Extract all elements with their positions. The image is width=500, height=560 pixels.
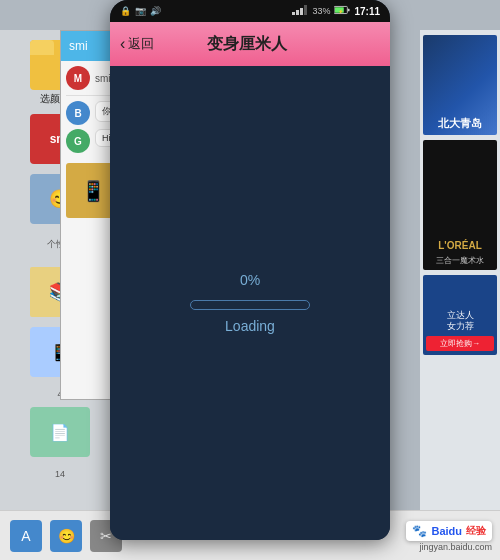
phone-overlay: 🔒 📷 🔊 33% ⚡ xyxy=(110,0,390,540)
svg-rect-0 xyxy=(292,12,295,15)
baidu-paw-icon: 🐾 xyxy=(412,524,427,538)
svg-rect-2 xyxy=(300,8,303,15)
svg-rect-5 xyxy=(348,9,350,12)
avatar-blue: B xyxy=(66,101,90,125)
signal-percent: 33% xyxy=(312,6,330,16)
loading-text: Loading xyxy=(225,318,275,334)
progress-bar-wrapper xyxy=(190,300,310,310)
status-left: 🔒 📷 🔊 xyxy=(120,6,161,16)
ad-block-3[interactable]: 立达人女力荐 立即抢购→ xyxy=(423,275,497,355)
back-button[interactable]: ‹ 返回 xyxy=(120,35,154,53)
baidu-logo-text: Baidu xyxy=(431,525,462,537)
baidu-logo: 🐾 Baidu 经验 xyxy=(406,521,492,541)
avatar-green: G xyxy=(66,129,90,153)
signal-strength xyxy=(292,5,308,17)
ad-text-1: 北大青岛 xyxy=(438,116,482,131)
baidu-exp-label: 经验 xyxy=(466,524,486,538)
camera-icon: 📷 xyxy=(135,6,146,16)
avatar-red: M xyxy=(66,66,90,90)
sound-icon: 🔊 xyxy=(150,6,161,16)
status-time: 17:11 xyxy=(354,6,380,17)
progress-percent: 0% xyxy=(240,272,260,288)
svg-rect-3 xyxy=(304,5,307,15)
taskbar-icon-a[interactable]: A xyxy=(10,520,42,552)
svg-text:⚡: ⚡ xyxy=(339,8,345,15)
status-bar: 🔒 📷 🔊 33% ⚡ xyxy=(110,0,390,22)
count-label2: 14 xyxy=(55,469,65,479)
ad-block-1[interactable]: 北大青岛 xyxy=(423,35,497,135)
baidu-badge: 🐾 Baidu 经验 jingyan.baidu.com xyxy=(406,521,492,552)
back-label: 返回 xyxy=(128,35,154,53)
app-bar: ‹ 返回 变身厘米人 xyxy=(110,22,390,66)
ad-block-2[interactable]: L'ORÉAL 三合一魔术水 xyxy=(423,140,497,270)
status-right: 33% ⚡ 17:11 xyxy=(292,5,380,17)
window-title: smi xyxy=(69,39,88,53)
doc-icon-item[interactable]: 📄 xyxy=(15,407,105,459)
taskbar-icon-smiley[interactable]: 😊 xyxy=(50,520,82,552)
ad-cn-text: 立达人女力荐 xyxy=(426,310,494,333)
lock-icon: 🔒 xyxy=(120,6,131,16)
back-chevron-icon: ‹ xyxy=(120,35,125,53)
doc-icon-glyph: 📄 xyxy=(50,423,70,442)
ad-cta-button[interactable]: 立即抢购→ xyxy=(426,336,494,351)
right-ads-panel: 北大青岛 L'ORÉAL 三合一魔术水 立达人女力荐 立即抢购→ xyxy=(420,30,500,560)
baidu-sub-url: jingyan.baidu.com xyxy=(419,542,492,552)
doc-icon: 📄 xyxy=(30,407,90,457)
ad-loreal-text: 三合一魔术水 xyxy=(426,255,494,266)
ad-loreal-brand: L'ORÉAL xyxy=(426,240,494,251)
phone-main-content: 0% Loading xyxy=(110,66,390,540)
svg-rect-1 xyxy=(296,10,299,15)
loading-container: 0% Loading xyxy=(190,272,310,334)
battery-icon: ⚡ xyxy=(334,5,350,17)
app-title: 变身厘米人 xyxy=(154,34,340,55)
